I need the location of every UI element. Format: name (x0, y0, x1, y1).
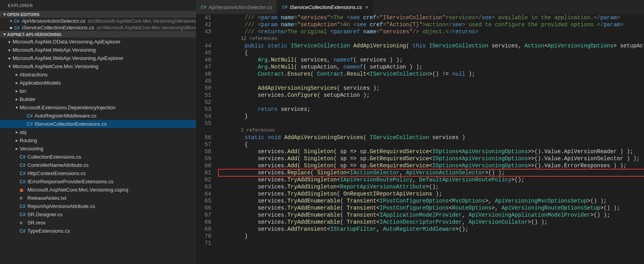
csharp-icon: C# (20, 179, 26, 184)
tree-label: ControllerNameAttribute.cs (27, 162, 89, 168)
project-header[interactable]: ▾ ASPNET-API-VERSIONING (0, 31, 196, 38)
tree-label: IErrorResponseProviderExtensions.cs (27, 179, 114, 184)
file-item[interactable]: C#HttpContextExtensions.cs (0, 169, 196, 177)
folder-item[interactable]: ▸ApplicationModels (0, 79, 196, 87)
code-line[interactable]: } (218, 233, 644, 240)
code-line[interactable]: return services; (218, 106, 644, 113)
code-line[interactable]: services.TryAddSingleton( OnRequestIRepo… (218, 190, 644, 197)
folder-item[interactable]: ▾Microsoft.AspNetCore.Mvc.Versioning (0, 62, 196, 71)
file-item[interactable]: C#SR.Designer.cs (0, 210, 196, 219)
file-item[interactable]: C#ControllerNameAttribute.cs (0, 161, 196, 169)
file-item[interactable]: ≡SR.resx (0, 219, 196, 227)
csharp-icon: C# (14, 19, 20, 24)
explorer-title: EXPLORER (0, 0, 196, 11)
code-line[interactable]: services.Add( Singleton( sp => sp.GetReq… (218, 148, 644, 155)
line-number: 41 (205, 14, 211, 21)
folder-item[interactable]: ▸Microsoft.AspNet.OData.Versioning.ApiEx… (0, 38, 196, 46)
line-number: 46 (205, 56, 211, 63)
code-line[interactable]: { (218, 49, 644, 56)
line-number: 63 (205, 183, 211, 190)
code-line[interactable]: services.TryAddEnumerable( Transient<IAp… (218, 212, 644, 219)
code-line[interactable]: /// <param name="setupAction">An <see cr… (218, 21, 644, 28)
tree-label: ApplicationModels (20, 80, 61, 86)
folder-item[interactable]: ▸Builder (0, 95, 196, 103)
code-line[interactable]: /// <returns>The original <paramref name… (218, 28, 644, 35)
folder-item[interactable]: ▸Abstractions (0, 71, 196, 79)
code-line[interactable] (218, 240, 644, 247)
csharp-icon: C# (20, 212, 26, 217)
open-editors-header[interactable]: ▾ OPEN EDITORS (0, 11, 196, 18)
file-tree: ▸Microsoft.AspNet.OData.Versioning.ApiEx… (0, 38, 196, 264)
code-line[interactable]: } (218, 113, 644, 120)
file-item[interactable]: C#ReportApiVersionsAttribute.cs (0, 202, 196, 210)
file-item[interactable]: C#CollectionExtensions.cs (0, 153, 196, 161)
file-item[interactable]: C#IErrorResponseProviderExtensions.cs (0, 177, 196, 186)
csharp-icon: C# (14, 25, 20, 30)
close-icon[interactable]: × (9, 18, 13, 24)
code-line[interactable]: public static IServiceCollection AddApiV… (218, 42, 644, 49)
code-line[interactable]: services.Replace( Singleton<IActionSelec… (218, 169, 644, 176)
file-item[interactable]: C#AutoRegisterMiddleware.cs (0, 112, 196, 120)
code-line[interactable] (218, 120, 644, 127)
line-number: 70 (205, 233, 211, 240)
code-line[interactable] (218, 99, 644, 106)
editor-area: C#ApiVersionActionSelector.csC#IServiceC… (196, 0, 644, 264)
line-number: 48 (205, 71, 211, 78)
modified-dot-icon[interactable]: ● (9, 25, 13, 31)
line-number: 51 (205, 92, 211, 99)
code-line[interactable]: services.Configure( setupAction ); (218, 92, 644, 99)
file-item[interactable]: C#IServiceCollectionExtensions.cs (0, 120, 196, 128)
chevron-down-icon: ▾ (2, 32, 7, 37)
close-icon[interactable]: × (365, 4, 368, 10)
code-line[interactable]: /// <param name="services">The <see cref… (218, 14, 644, 21)
folder-item[interactable]: ▾Microsoft.Extensions.DependencyInjectio… (0, 103, 196, 112)
code-line[interactable]: Arg.NotNull( services, nameof( services … (218, 56, 644, 63)
file-path: src\Microsoft.AspNetCore.Mvc.Versioning\… (96, 25, 196, 31)
editor-tab[interactable]: C#ApiVersionActionSelector.cs (196, 0, 277, 14)
chevron-right-icon: ▸ (7, 39, 13, 44)
tab-bar: C#ApiVersionActionSelector.csC#IServiceC… (196, 0, 644, 14)
chevron-right-icon: ▸ (14, 97, 20, 102)
code-line[interactable]: services.Add( Singleton( sp => sp.GetReq… (218, 155, 644, 162)
folder-item[interactable]: ▸Versioning (0, 145, 196, 153)
tree-label: Microsoft.AspNet.WebApi.Versioning (13, 47, 96, 53)
file-icon: ≡ (20, 195, 26, 201)
code-line[interactable]: { (218, 141, 644, 148)
folder-item[interactable]: ▸Microsoft.AspNet.WebApi.Versioning.ApiE… (0, 54, 196, 62)
editor-tab[interactable]: C#IServiceCollectionExtensions.cs× (277, 0, 373, 14)
folder-item[interactable]: ▸Routing (0, 136, 196, 145)
open-editor-item[interactable]: ●C#IServiceCollectionExtensions.cssrc\Mi… (0, 24, 196, 31)
tree-label: SR.Designer.cs (27, 212, 63, 217)
line-number: 44 (205, 42, 211, 49)
code-line[interactable]: services.TryAddEnumerable( Transient<IAc… (218, 219, 644, 226)
code-body[interactable]: /// <param name="services">The <see cref… (218, 14, 644, 264)
folder-item[interactable]: ▸Microsoft.AspNet.WebApi.Versioning (0, 46, 196, 54)
csharp-icon: C# (20, 204, 26, 209)
code-editor[interactable]: 414243 444546474849505152535455 56575859… (196, 14, 644, 264)
file-item[interactable]: ◼Microsoft.AspNetCore.Mvc.Versioning.csp… (0, 186, 196, 194)
tree-label: Microsoft.AspNetCore.Mvc.Versioning.cspr… (27, 187, 128, 193)
code-line[interactable] (218, 78, 644, 85)
code-line[interactable]: services.TryAddEnumerable( Transient<IPo… (218, 197, 644, 204)
code-line[interactable]: services.TryAddSingleton<IApiVersionRout… (218, 176, 644, 183)
tab-label: ApiVersionActionSelector.cs (209, 4, 272, 10)
code-line[interactable]: Arg.NotNull( setupAction, nameof( setupA… (218, 63, 644, 71)
code-line[interactable]: AddApiVersioningServices( services ); (218, 85, 644, 92)
code-lens[interactable]: 12 references (218, 35, 644, 42)
csharp-icon: C# (27, 121, 33, 127)
file-item[interactable]: C#TypeExtensions.cs (0, 227, 196, 235)
file-item[interactable]: ≡ReleaseNotes.txt (0, 194, 196, 202)
tree-label: ReportApiVersionsAttribute.cs (27, 203, 95, 209)
code-line[interactable]: services.TryAddEnumerable( Transient<IPo… (218, 204, 644, 212)
code-line[interactable]: Contract.Ensures( Contract.Result<IServi… (218, 71, 644, 78)
folder-item[interactable]: ▸bin (0, 87, 196, 95)
code-lens[interactable]: 2 references (218, 127, 644, 134)
code-line[interactable]: services.TryAddSingleton<ReportApiVersio… (218, 183, 644, 190)
csharp-icon: C# (20, 163, 26, 168)
code-line[interactable]: services.AddTransient<IStartupFilter, Au… (218, 226, 644, 233)
code-line[interactable]: static void AddApiVersioningServices( IS… (218, 134, 644, 141)
folder-item[interactable]: ▸obj (0, 128, 196, 136)
open-editors-list: ×C#ApiVersionActionSelector.cssrc\Micros… (0, 18, 196, 31)
code-line[interactable]: services.Add( Singleton( sp => sp.GetReq… (218, 162, 644, 169)
open-editor-item[interactable]: ×C#ApiVersionActionSelector.cssrc\Micros… (0, 18, 196, 24)
